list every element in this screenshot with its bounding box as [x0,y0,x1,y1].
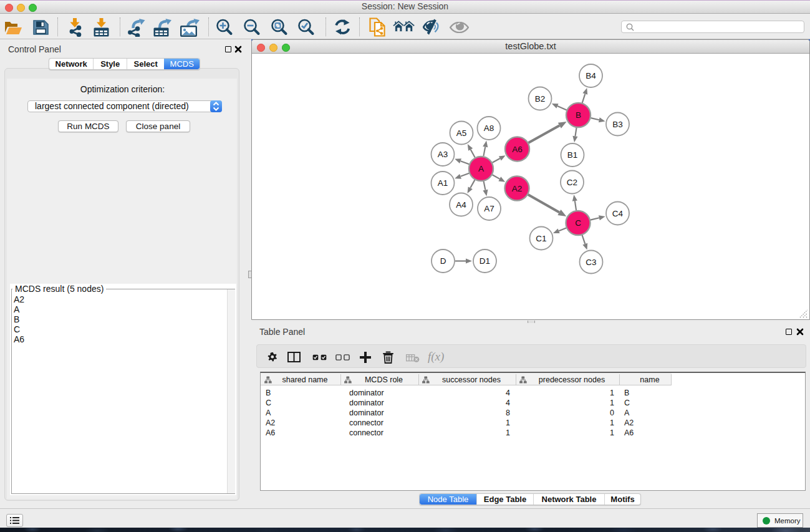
svg-text:D: D [440,256,446,266]
svg-text:B1: B1 [567,150,578,160]
svg-text:A8: A8 [484,123,494,133]
svg-text:C: C [575,218,581,228]
svg-text:A1: A1 [438,178,448,188]
svg-text:D1: D1 [480,256,490,266]
svg-text:B4: B4 [586,71,596,80]
svg-text:A7: A7 [484,204,494,213]
svg-text:A6: A6 [512,145,523,154]
svg-text:B3: B3 [612,120,623,129]
svg-text:A3: A3 [438,150,448,159]
svg-text:B: B [576,110,581,120]
svg-text:C4: C4 [612,209,624,218]
svg-text:A4: A4 [456,200,466,210]
svg-text:C1: C1 [536,234,546,243]
svg-text:C3: C3 [586,258,596,267]
svg-text:A5: A5 [456,128,467,138]
svg-text:A2: A2 [512,184,523,193]
svg-text:C2: C2 [567,178,577,187]
svg-text:B2: B2 [535,94,546,104]
svg-text:A: A [478,164,484,173]
